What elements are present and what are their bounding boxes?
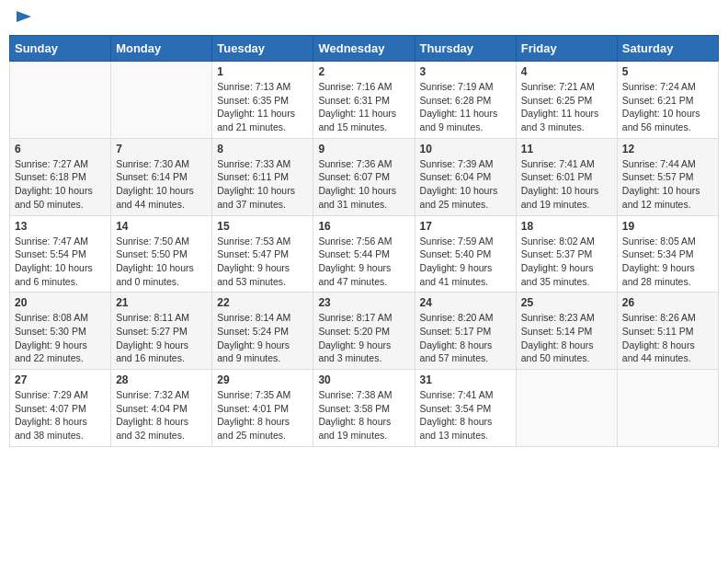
daylight-text: Daylight: 9 hours and 28 minutes. (622, 262, 695, 287)
day-number: 12 (622, 143, 713, 155)
day-number: 1 (217, 65, 308, 78)
daylight-text: Daylight: 8 hours and 25 minutes. (217, 416, 290, 441)
logo-flag-icon (15, 9, 33, 28)
sunset-text: Sunset: 5:37 PM (521, 248, 593, 259)
calendar-cell: 20Sunrise: 8:08 AMSunset: 5:30 PMDayligh… (10, 293, 111, 370)
day-info: Sunrise: 7:47 AMSunset: 5:54 PMDaylight:… (15, 235, 106, 289)
daylight-text: Daylight: 11 hours and 3 minutes. (521, 108, 599, 132)
calendar-cell: 6Sunrise: 7:27 AMSunset: 6:18 PMDaylight… (10, 138, 111, 215)
weekday-header-friday: Friday (516, 36, 617, 62)
calendar-cell: 16Sunrise: 7:56 AMSunset: 5:44 PMDayligh… (313, 215, 415, 293)
daylight-text: Daylight: 8 hours and 50 minutes. (521, 339, 594, 364)
day-number: 5 (622, 65, 713, 78)
sunrise-text: Sunrise: 7:41 AM (521, 158, 595, 169)
sunrise-text: Sunrise: 7:33 AM (217, 158, 290, 169)
daylight-text: Daylight: 10 hours and 50 minutes. (15, 185, 93, 210)
calendar-cell: 12Sunrise: 7:44 AMSunset: 5:57 PMDayligh… (617, 138, 718, 215)
day-info: Sunrise: 7:32 AMSunset: 4:04 PMDaylight:… (116, 388, 207, 442)
day-info: Sunrise: 8:02 AMSunset: 5:37 PMDaylight:… (521, 235, 612, 289)
day-number: 24 (420, 296, 511, 309)
sunrise-text: Sunrise: 7:56 AM (318, 236, 392, 247)
calendar-cell: 18Sunrise: 8:02 AMSunset: 5:37 PMDayligh… (516, 215, 617, 293)
daylight-text: Daylight: 10 hours and 37 minutes. (217, 185, 295, 210)
day-number: 17 (420, 220, 511, 233)
sunrise-text: Sunrise: 7:44 AM (622, 158, 696, 169)
day-info: Sunrise: 8:23 AMSunset: 5:14 PMDaylight:… (521, 311, 612, 365)
day-number: 20 (15, 296, 106, 309)
daylight-text: Daylight: 11 hours and 9 minutes. (420, 108, 498, 132)
day-info: Sunrise: 7:59 AMSunset: 5:40 PMDaylight:… (420, 235, 511, 289)
sunrise-text: Sunrise: 7:47 AM (15, 236, 88, 247)
sunset-text: Sunset: 5:40 PM (420, 248, 492, 259)
day-info: Sunrise: 7:39 AMSunset: 6:04 PMDaylight:… (420, 157, 511, 212)
day-info: Sunrise: 8:26 AMSunset: 5:11 PMDaylight:… (622, 311, 713, 365)
calendar-cell: 4Sunrise: 7:21 AMSunset: 6:25 PMDaylight… (516, 62, 617, 139)
weekday-header-wednesday: Wednesday (313, 36, 415, 62)
calendar-cell: 31Sunrise: 7:41 AMSunset: 3:54 PMDayligh… (415, 370, 516, 447)
daylight-text: Daylight: 10 hours and 25 minutes. (420, 185, 498, 210)
sunset-text: Sunset: 6:31 PM (318, 95, 390, 106)
sunset-text: Sunset: 6:35 PM (217, 95, 289, 106)
sunset-text: Sunset: 6:14 PM (116, 171, 188, 182)
calendar-cell: 3Sunrise: 7:19 AMSunset: 6:28 PMDaylight… (415, 62, 516, 139)
calendar-cell: 14Sunrise: 7:50 AMSunset: 5:50 PMDayligh… (111, 215, 212, 293)
daylight-text: Daylight: 11 hours and 21 minutes. (217, 108, 295, 132)
sunrise-text: Sunrise: 7:50 AM (116, 236, 189, 247)
day-number: 14 (116, 220, 207, 233)
calendar-week-row: 1Sunrise: 7:13 AMSunset: 6:35 PMDaylight… (10, 62, 719, 139)
calendar-cell: 9Sunrise: 7:36 AMSunset: 6:07 PMDaylight… (313, 138, 415, 215)
day-number: 26 (622, 296, 713, 309)
calendar-cell: 1Sunrise: 7:13 AMSunset: 6:35 PMDaylight… (212, 62, 313, 139)
calendar-cell: 13Sunrise: 7:47 AMSunset: 5:54 PMDayligh… (10, 215, 111, 293)
day-number: 25 (521, 296, 612, 309)
sunrise-text: Sunrise: 7:21 AM (521, 81, 595, 92)
day-number: 23 (318, 296, 409, 309)
sunrise-text: Sunrise: 7:36 AM (318, 158, 392, 169)
sunrise-text: Sunrise: 8:14 AM (217, 312, 290, 323)
sunrise-text: Sunrise: 7:16 AM (318, 81, 392, 92)
calendar-cell: 23Sunrise: 8:17 AMSunset: 5:20 PMDayligh… (313, 293, 415, 370)
sunset-text: Sunset: 5:34 PM (622, 248, 694, 259)
day-info: Sunrise: 7:50 AMSunset: 5:50 PMDaylight:… (116, 235, 207, 289)
calendar-cell: 22Sunrise: 8:14 AMSunset: 5:24 PMDayligh… (212, 293, 313, 370)
day-number: 18 (521, 220, 612, 233)
sunset-text: Sunset: 5:54 PM (15, 248, 86, 259)
calendar-cell: 11Sunrise: 7:41 AMSunset: 6:01 PMDayligh… (516, 138, 617, 215)
logo (13, 9, 33, 28)
calendar-cell: 24Sunrise: 8:20 AMSunset: 5:17 PMDayligh… (415, 293, 516, 370)
day-number: 10 (420, 143, 511, 155)
day-number: 22 (217, 296, 308, 309)
sunrise-text: Sunrise: 7:19 AM (420, 81, 494, 92)
calendar-week-row: 20Sunrise: 8:08 AMSunset: 5:30 PMDayligh… (10, 293, 719, 370)
sunset-text: Sunset: 3:58 PM (318, 403, 390, 414)
daylight-text: Daylight: 9 hours and 3 minutes. (318, 339, 391, 364)
day-number: 29 (217, 373, 308, 386)
day-number: 30 (318, 373, 409, 386)
sunset-text: Sunset: 5:47 PM (217, 248, 289, 259)
calendar-cell: 10Sunrise: 7:39 AMSunset: 6:04 PMDayligh… (415, 138, 516, 215)
calendar-cell: 29Sunrise: 7:35 AMSunset: 4:01 PMDayligh… (212, 370, 313, 447)
day-info: Sunrise: 7:16 AMSunset: 6:31 PMDaylight:… (318, 80, 409, 134)
day-number: 28 (116, 373, 207, 386)
sunrise-text: Sunrise: 8:11 AM (116, 312, 189, 323)
day-info: Sunrise: 8:17 AMSunset: 5:20 PMDaylight:… (318, 311, 409, 365)
day-info: Sunrise: 7:29 AMSunset: 4:07 PMDaylight:… (15, 388, 106, 442)
day-number: 9 (318, 143, 409, 155)
sunset-text: Sunset: 4:04 PM (116, 403, 188, 414)
sunrise-text: Sunrise: 8:08 AM (15, 312, 88, 323)
day-info: Sunrise: 7:44 AMSunset: 5:57 PMDaylight:… (622, 157, 713, 212)
weekday-header-thursday: Thursday (415, 36, 516, 62)
sunset-text: Sunset: 5:11 PM (622, 326, 694, 337)
sunrise-text: Sunrise: 7:38 AM (318, 389, 392, 400)
day-number: 16 (318, 220, 409, 233)
daylight-text: Daylight: 10 hours and 56 minutes. (622, 108, 700, 132)
sunrise-text: Sunrise: 7:13 AM (217, 81, 290, 92)
day-info: Sunrise: 7:36 AMSunset: 6:07 PMDaylight:… (318, 157, 409, 212)
sunrise-text: Sunrise: 8:20 AM (420, 312, 494, 323)
daylight-text: Daylight: 9 hours and 9 minutes. (217, 339, 290, 364)
svg-marker-0 (17, 11, 31, 22)
day-info: Sunrise: 7:27 AMSunset: 6:18 PMDaylight:… (15, 157, 106, 212)
calendar-cell: 15Sunrise: 7:53 AMSunset: 5:47 PMDayligh… (212, 215, 313, 293)
daylight-text: Daylight: 8 hours and 38 minutes. (15, 416, 87, 441)
daylight-text: Daylight: 9 hours and 41 minutes. (420, 262, 493, 287)
